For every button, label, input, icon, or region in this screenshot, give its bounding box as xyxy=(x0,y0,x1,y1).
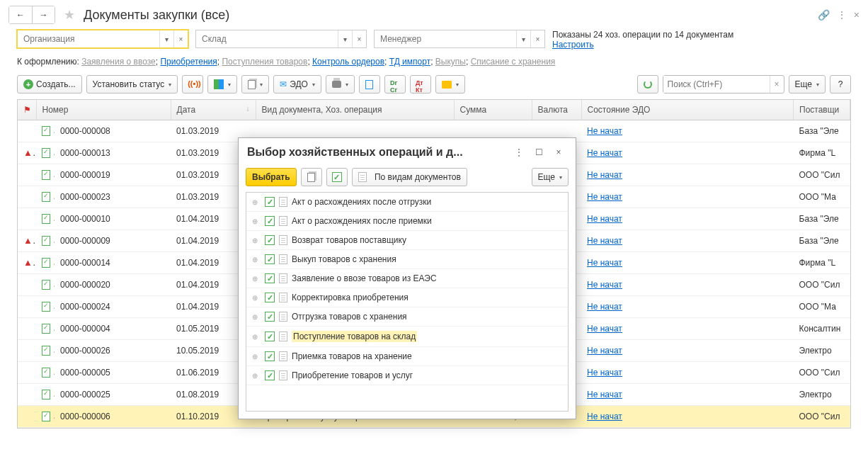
edo-link[interactable]: Не начат xyxy=(587,126,622,136)
copy-button[interactable]: ▾ xyxy=(241,75,269,94)
dialog-more-button[interactable]: Еще▾ xyxy=(532,168,569,186)
operation-item[interactable]: ⊕✓Корректировка приобретения xyxy=(246,288,568,307)
edo-link[interactable]: Не начат xyxy=(587,324,622,334)
pending-link[interactable]: ТД импорт xyxy=(389,57,430,67)
back-button[interactable]: ← xyxy=(9,6,32,23)
refresh-button[interactable] xyxy=(637,75,658,94)
expand-icon[interactable]: ⊕ xyxy=(252,294,261,302)
more-button[interactable]: Еще▾ xyxy=(789,75,826,94)
forward-button[interactable]: → xyxy=(32,6,55,23)
col-date[interactable]: Дата↓ xyxy=(171,100,256,120)
warehouse-dropdown-icon[interactable]: ▾ xyxy=(338,30,352,47)
pending-link[interactable]: Выкупы xyxy=(435,57,466,67)
checkbox-icon[interactable]: ✓ xyxy=(265,332,275,341)
expand-icon[interactable]: ⊕ xyxy=(252,256,261,264)
operation-item[interactable]: ⊕✓Выкуп товаров с хранения xyxy=(246,250,568,269)
org-input[interactable] xyxy=(18,30,159,47)
edo-link[interactable]: Не начат xyxy=(587,346,622,356)
copy-all-button[interactable] xyxy=(301,168,322,186)
dialog-close-icon[interactable]: × xyxy=(550,145,567,159)
edo-link[interactable]: Не начат xyxy=(587,390,622,400)
checkbox-icon[interactable]: ✓ xyxy=(265,312,275,322)
search-input[interactable] xyxy=(663,76,770,93)
manager-input[interactable] xyxy=(375,30,516,47)
warehouse-clear-icon[interactable]: × xyxy=(352,30,366,47)
org-dropdown-icon[interactable]: ▾ xyxy=(159,30,173,47)
search-box[interactable]: × xyxy=(663,75,784,94)
drcr-green-button[interactable]: DrCr xyxy=(384,75,406,94)
edo-link[interactable]: Не начат xyxy=(587,214,622,224)
dialog-maximize-icon[interactable]: ☐ xyxy=(530,145,547,159)
operation-item[interactable]: ⊕✓Возврат товаров поставщику xyxy=(246,231,568,250)
grid-button[interactable]: ▾ xyxy=(207,75,237,94)
set-status-button[interactable]: Установить статус▾ xyxy=(86,75,178,94)
edo-link[interactable]: Не начат xyxy=(587,236,622,246)
pending-link[interactable]: Заявления о ввозе xyxy=(81,57,156,67)
dialog-menu-icon[interactable]: ⋮ xyxy=(510,145,527,159)
print-button[interactable]: ▾ xyxy=(326,75,355,94)
operation-item[interactable]: ⊕✓Поступление товаров на склад xyxy=(246,327,568,347)
star-icon[interactable]: ★ xyxy=(64,7,75,23)
col-sum[interactable]: Сумма xyxy=(454,100,532,120)
link-icon[interactable]: 🔗 xyxy=(818,9,830,21)
search-clear-icon[interactable]: × xyxy=(770,76,784,93)
list-button[interactable] xyxy=(359,75,380,94)
menu-icon[interactable]: ⋮ xyxy=(837,9,847,21)
operation-item[interactable]: ⊕✓Приобретение товаров и услуг xyxy=(246,366,568,385)
operation-item[interactable]: ⊕✓Акт о расхождениях после отгрузки xyxy=(246,193,568,212)
checkbox-icon[interactable]: ✓ xyxy=(265,197,275,207)
dialog-list[interactable]: ⊕✓Акт о расхождениях после отгрузки⊕✓Акт… xyxy=(246,192,569,412)
warehouse-filter[interactable]: ▾ × xyxy=(195,30,367,48)
edo-link[interactable]: Не начат xyxy=(587,192,622,202)
manager-dropdown-icon[interactable]: ▾ xyxy=(516,30,530,47)
expand-icon[interactable]: ⊕ xyxy=(252,333,261,341)
checkbox-icon[interactable]: ✓ xyxy=(265,351,275,361)
help-button[interactable]: ? xyxy=(830,75,851,94)
checkbox-icon[interactable]: ✓ xyxy=(265,293,275,302)
org-filter[interactable]: ▾ × xyxy=(17,30,188,48)
edo-link[interactable]: Не начат xyxy=(587,280,622,290)
checkbox-icon[interactable]: ✓ xyxy=(265,235,275,245)
edo-link[interactable]: Не начат xyxy=(587,368,622,378)
configure-link[interactable]: Настроить xyxy=(552,40,594,50)
operation-item[interactable]: ⊕✓Отгрузка товаров с хранения xyxy=(246,307,568,327)
pending-link[interactable]: Поступления товаров xyxy=(222,57,307,67)
by-doc-types-button[interactable]: По видам документов xyxy=(352,168,467,186)
edo-link[interactable]: Не начат xyxy=(587,412,622,421)
checkbox-icon[interactable]: ✓ xyxy=(265,273,275,283)
org-clear-icon[interactable]: × xyxy=(173,30,188,47)
operation-item[interactable]: ⊕✓Заявление о ввозе товаров из ЕАЭС xyxy=(246,269,568,288)
create-button[interactable]: +Создать... xyxy=(17,75,82,94)
col-currency[interactable]: Валюта xyxy=(532,100,581,120)
expand-icon[interactable]: ⊕ xyxy=(252,198,261,206)
edo-link[interactable]: Не начат xyxy=(587,302,622,312)
drcr-red-button[interactable]: ДтКт xyxy=(410,75,431,94)
edo-button[interactable]: ✉ ЭДО▾ xyxy=(273,75,321,94)
col-flag[interactable]: ⚑ xyxy=(18,100,36,120)
expand-icon[interactable]: ⊕ xyxy=(252,372,261,380)
operation-item[interactable]: ⊕✓Акт о расхождениях после приемки xyxy=(246,212,568,231)
col-doc-type[interactable]: Вид документа, Хоз. операция xyxy=(256,100,454,120)
select-button[interactable]: Выбрать xyxy=(246,168,297,186)
folder-button[interactable]: ▾ xyxy=(435,75,465,94)
expand-icon[interactable]: ⊕ xyxy=(252,217,261,225)
pending-link[interactable]: Контроль ордеров xyxy=(312,57,384,67)
checkbox-icon[interactable]: ✓ xyxy=(265,216,275,226)
col-supplier[interactable]: Поставщи xyxy=(794,100,850,120)
check-all-button[interactable]: ✓ xyxy=(326,168,348,186)
operation-item[interactable]: ⊕✓Приемка товаров на хранение xyxy=(246,347,568,366)
checkbox-icon[interactable]: ✓ xyxy=(265,254,275,264)
warehouse-input[interactable] xyxy=(196,30,338,47)
manager-filter[interactable]: ▾ × xyxy=(374,30,545,48)
waves-button[interactable]: ((•)) xyxy=(182,75,203,94)
col-number[interactable]: Номер xyxy=(36,100,171,120)
expand-icon[interactable]: ⊕ xyxy=(252,313,261,321)
pending-link[interactable]: Приобретения xyxy=(160,57,217,67)
expand-icon[interactable]: ⊕ xyxy=(252,275,261,283)
expand-icon[interactable]: ⊕ xyxy=(252,353,261,361)
edo-link[interactable]: Не начат xyxy=(587,170,622,180)
manager-clear-icon[interactable]: × xyxy=(530,30,544,47)
pending-link[interactable]: Списание с хранения xyxy=(471,57,556,67)
col-edo-state[interactable]: Состояние ЭДО xyxy=(581,100,794,120)
edo-link[interactable]: Не начат xyxy=(587,148,622,158)
